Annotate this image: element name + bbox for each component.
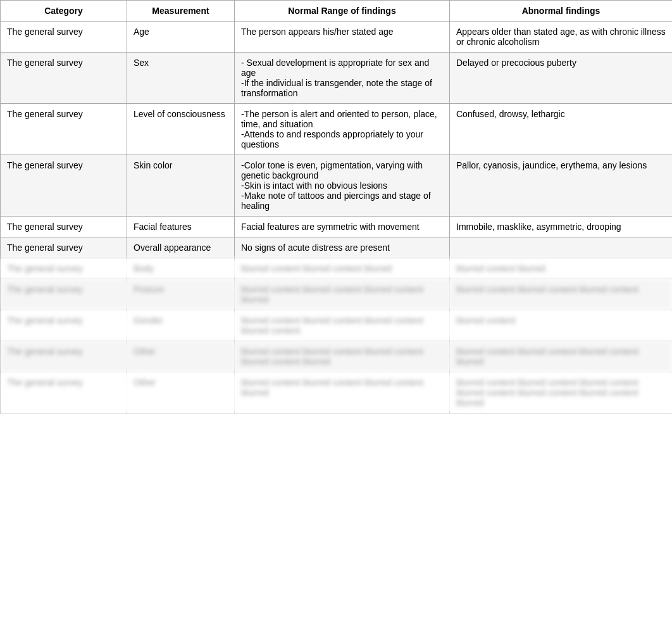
table-cell-category: The general survey: [1, 279, 127, 310]
table-cell-normal: blurred content blurred content blurred …: [235, 341, 450, 372]
table-cell-normal: blurred content blurred content blurred …: [235, 372, 450, 413]
table-cell-measurement: Age: [127, 22, 235, 53]
table-cell-category: The general survey: [1, 310, 127, 341]
table-cell-abnormal: blurred content blurred: [450, 258, 673, 279]
table-cell-abnormal: [450, 237, 673, 258]
header-abnormal: Abnormal findings: [450, 1, 673, 22]
table-cell-measurement: Skin color: [127, 155, 235, 217]
table-cell-measurement: Gender: [127, 310, 235, 341]
table-cell-measurement: Posture: [127, 279, 235, 310]
table-cell-abnormal: Appears older than stated age, as with c…: [450, 22, 673, 53]
table-cell-normal: - Sexual development is appropriate for …: [235, 53, 450, 104]
table-cell-category: The general survey: [1, 372, 127, 413]
findings-table: Category Measurement Normal Range of fin…: [0, 0, 672, 413]
table-cell-abnormal: Pallor, cyanosis, jaundice, erythema, an…: [450, 155, 673, 217]
table-cell-normal: The person appears his/her stated age: [235, 22, 450, 53]
table-cell-abnormal: blurred content blurred content blurred …: [450, 372, 673, 413]
table-cell-normal: blurred content blurred content blurred …: [235, 279, 450, 310]
table-cell-category: The general survey: [1, 22, 127, 53]
table-cell-category: The general survey: [1, 237, 127, 258]
table-cell-category: The general survey: [1, 155, 127, 217]
table-cell-category: The general survey: [1, 53, 127, 104]
table-cell-abnormal: Confused, drowsy, lethargic: [450, 104, 673, 155]
table-cell-normal: -The person is alert and oriented to per…: [235, 104, 450, 155]
header-category: Category: [1, 1, 127, 22]
table-cell-measurement: Level of consciousness: [127, 104, 235, 155]
table-cell-normal: No signs of acute distress are present: [235, 237, 450, 258]
table-cell-normal: blurred content blurred content blurred …: [235, 310, 450, 341]
table-cell-measurement: Body: [127, 258, 235, 279]
table-cell-abnormal: Delayed or precocious puberty: [450, 53, 673, 104]
table-cell-abnormal: blurred content blurred content blurred …: [450, 341, 673, 372]
table-cell-normal: -Color tone is even, pigmentation, varyi…: [235, 155, 450, 217]
table-cell-measurement: Overall appearance: [127, 237, 235, 258]
table-cell-measurement: Other: [127, 372, 235, 413]
table-cell-category: The general survey: [1, 217, 127, 237]
header-normal: Normal Range of findings: [235, 1, 450, 22]
table-cell-measurement: Sex: [127, 53, 235, 104]
table-cell-abnormal: Immobile, masklike, asymmetric, drooping: [450, 217, 673, 237]
table-cell-abnormal: blurred content: [450, 310, 673, 341]
header-measurement: Measurement: [127, 1, 235, 22]
table-cell-normal: blurred content blurred content blurred: [235, 258, 450, 279]
table-cell-abnormal: blurred content blurred content blurred …: [450, 279, 673, 310]
table-cell-measurement: Other: [127, 341, 235, 372]
table-cell-normal: Facial features are symmetric with movem…: [235, 217, 450, 237]
table-cell-category: The general survey: [1, 104, 127, 155]
table-cell-category: The general survey: [1, 341, 127, 372]
table-cell-measurement: Facial features: [127, 217, 235, 237]
table-cell-category: The general survey: [1, 258, 127, 279]
